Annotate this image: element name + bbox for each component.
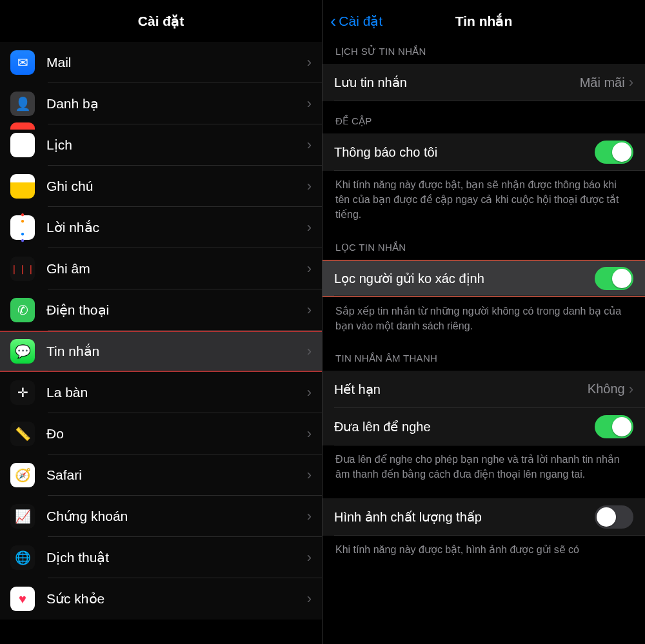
settings-row-stocks[interactable]: 📈Chứng khoán› [0,496,322,537]
health-icon: ♥ [10,587,35,611]
settings-row-health[interactable]: ♥Sức khỏe› [0,578,322,620]
reminders-icon: ●●●● [10,215,35,240]
settings-row-notes[interactable]: Ghi chú› [0,166,322,207]
keep-messages-label: Lưu tin nhắn [334,75,580,90]
chevron-right-icon: › [307,590,312,607]
back-label: Cài đặt [339,14,382,29]
translate-icon: 🌐 [10,545,35,570]
chevron-right-icon: › [307,178,312,195]
chevron-right-icon: › [307,302,312,318]
settings-row-safari[interactable]: 🧭Safari› [0,454,322,496]
section-header-history: LỊCH SỬ TIN NHẮN [322,42,645,64]
chevron-right-icon: › [307,137,312,153]
chevron-right-icon: › [307,467,312,483]
settings-row-label: Ghi chú [46,179,307,194]
settings-row-translate[interactable]: 🌐Dịch thuật› [0,537,322,578]
settings-row-label: Ghi âm [46,261,307,277]
chevron-right-icon: › [307,343,312,360]
keep-messages-row[interactable]: Lưu tin nhắn Mãi mãi › [322,64,645,101]
messages-body[interactable]: LỊCH SỬ TIN NHẮN Lưu tin nhắn Mãi mãi › … [322,42,645,644]
notify-me-label: Thông báo cho tôi [334,145,595,160]
settings-row-calendar[interactable]: Lịch› [0,124,322,166]
settings-pane: Cài đặt ✉︎Mail›👤Danh bạ›Lịch›Ghi chú›●●●… [0,0,322,644]
section-header-filter: LỌC TIN NHẮN [322,228,645,260]
chevron-right-icon: › [307,425,312,442]
section-header-audio: TIN NHẮN ÂM THANH [322,338,645,371]
settings-row-label: Chứng khoán [46,509,307,524]
settings-row-label: Dịch thuật [46,550,307,565]
measure-icon: 📏 [10,422,35,446]
filter-unknown-label: Lọc người gửi ko xác định [334,271,595,286]
audio-footer: Đưa lên để nghe cho phép bạn nghe và trả… [322,445,645,487]
settings-row-label: Đo [46,426,307,442]
settings-row-measure[interactable]: 📏Đo› [0,413,322,454]
filter-footer: Sắp xếp tin nhắn từ những người không có… [322,297,645,338]
chevron-left-icon: ‹ [330,12,336,30]
calendar-icon [10,133,35,157]
settings-row-label: Sức khỏe [46,591,307,607]
low-quality-image-row[interactable]: Hình ảnh chất lượng thấp [322,498,645,536]
contacts-icon: 👤 [10,92,35,116]
settings-row-label: Lời nhắc [46,220,307,235]
safari-icon: 🧭 [10,463,35,487]
keep-messages-value: Mãi mãi [580,75,625,90]
settings-row-phone[interactable]: ✆Điện thoại› [0,289,322,331]
chevron-right-icon: › [307,260,312,277]
settings-row-label: Safari [46,467,307,483]
low-quality-footer: Khi tính năng này được bật, hình ảnh đượ… [322,536,645,562]
chevron-right-icon: › [307,384,312,401]
settings-row-voicememo[interactable]: ❘❘❘Ghi âm› [0,248,322,289]
compass-icon: ✛ [10,380,35,405]
settings-list[interactable]: ✉︎Mail›👤Danh bạ›Lịch›Ghi chú›●●●●Lời nhắ… [0,42,322,644]
settings-row-contacts[interactable]: 👤Danh bạ› [0,83,322,124]
chevron-right-icon: › [307,95,312,112]
back-button[interactable]: ‹ Cài đặt [330,0,382,42]
phone-icon: ✆ [10,298,35,322]
notify-me-row[interactable]: Thông báo cho tôi [322,133,645,171]
settings-row-reminders[interactable]: ●●●●Lời nhắc› [0,207,322,248]
settings-row-mail[interactable]: ✉︎Mail› [0,42,322,83]
low-quality-image-toggle[interactable] [595,505,633,529]
settings-row-label: Điện thoại [46,302,307,318]
messages-header: ‹ Cài đặt Tin nhắn [322,0,645,42]
low-quality-image-label: Hình ảnh chất lượng thấp [334,509,595,525]
filter-unknown-row[interactable]: Lọc người gửi ko xác định [322,260,645,297]
chevron-right-icon: › [307,508,312,525]
expire-label: Hết hạn [334,382,588,397]
settings-title: Cài đặt [138,14,184,29]
chevron-right-icon: › [307,549,312,566]
messages-title: Tin nhắn [455,14,512,29]
chevron-right-icon: › [629,74,633,91]
notify-me-toggle[interactable] [595,141,633,164]
settings-row-label: Lịch [46,137,307,153]
raise-to-listen-label: Đưa lên để nghe [334,419,595,434]
chevron-right-icon: › [629,381,633,398]
settings-header: Cài đặt [0,0,322,42]
raise-to-listen-row[interactable]: Đưa lên để nghe [322,408,645,445]
mentions-footer: Khi tính năng này được bật, bạn sẽ nhận … [322,171,645,228]
messages-icon: 💬 [10,339,35,364]
chevron-right-icon: › [307,219,312,236]
settings-row-label: La bàn [46,385,307,400]
filter-unknown-toggle[interactable] [595,267,633,290]
expire-row[interactable]: Hết hạn Không › [322,371,645,408]
settings-row-label: Tin nhắn [46,344,307,359]
notes-icon [10,174,35,199]
raise-to-listen-toggle[interactable] [595,415,633,438]
chevron-right-icon: › [307,54,312,71]
settings-row-messages[interactable]: 💬Tin nhắn› [0,331,322,372]
mail-icon: ✉︎ [10,50,35,75]
section-header-mentions: ĐỀ CẬP [322,101,645,133]
settings-row-compass[interactable]: ✛La bàn› [0,372,322,413]
expire-value: Không [588,382,625,396]
stocks-icon: 📈 [10,504,35,529]
voicememo-icon: ❘❘❘ [10,257,35,281]
messages-settings-pane: ‹ Cài đặt Tin nhắn LỊCH SỬ TIN NHẮN Lưu … [322,0,645,644]
settings-row-label: Mail [46,55,307,70]
settings-row-label: Danh bạ [46,96,307,112]
